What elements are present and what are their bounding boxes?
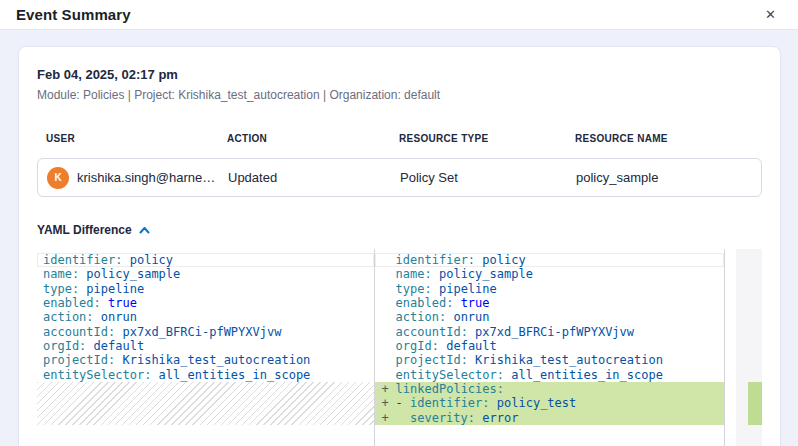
- diff-overview-ruler[interactable]: [736, 249, 762, 446]
- diff-line-added: +severity: error: [375, 411, 725, 425]
- diff-line: name: policy_sample: [375, 267, 725, 281]
- yaml-difference-label: YAML Difference: [37, 223, 132, 237]
- event-timestamp: Feb 04, 2025, 02:17 pm: [37, 67, 762, 82]
- diff-line: action: onrun: [37, 310, 374, 324]
- chevron-up-icon: [139, 226, 150, 235]
- diff-line: identifier: policy: [375, 253, 725, 267]
- column-header-user: USER: [46, 133, 227, 144]
- modal-header: Event Summary ✕: [0, 0, 798, 30]
- avatar: K: [47, 167, 69, 189]
- table-header-row: USER ACTION RESOURCE TYPE RESOURCE NAME: [37, 133, 762, 144]
- diff-pane-original[interactable]: identifier: policyname: policy_sampletyp…: [37, 249, 375, 446]
- diff-line: accountId: px7xd_BFRCi-pfWPYXVjvw: [37, 325, 374, 339]
- diff-line: projectId: Krishika_test_autocreation: [37, 353, 374, 367]
- diff-line: entitySelector: all_entities_in_scope: [375, 368, 725, 382]
- user-email: krishika.singh@harne…: [77, 170, 215, 185]
- diff-line: accountId: px7xd_BFRCi-pfWPYXVjvw: [375, 325, 725, 339]
- diff-line: name: policy_sample: [37, 267, 374, 281]
- diff-line: action: onrun: [375, 310, 725, 324]
- action-cell: Updated: [228, 170, 400, 185]
- close-icon[interactable]: ✕: [763, 6, 778, 23]
- event-summary-modal: Event Summary ✕ Feb 04, 2025, 02:17 pm M…: [0, 0, 798, 446]
- resource-type-cell: Policy Set: [400, 170, 576, 185]
- diff-line: identifier: policy: [37, 253, 374, 267]
- diff-gap: [725, 249, 736, 446]
- event-meta: Module: Policies | Project: Krishika_tes…: [37, 88, 762, 102]
- resource-name-cell: policy_sample: [576, 170, 752, 185]
- diff-line: orgId: default: [37, 339, 374, 353]
- diff-pane-modified[interactable]: identifier: policyname: policy_sampletyp…: [375, 249, 726, 446]
- diff-placeholder-hatch: [37, 382, 374, 425]
- diff-line: orgId: default: [375, 339, 725, 353]
- page-title: Event Summary: [16, 6, 131, 23]
- diff-line: projectId: Krishika_test_autocreation: [375, 353, 725, 367]
- diff-line: enabled: true: [375, 296, 725, 310]
- diff-line-added: +linkedPolicies:: [375, 382, 725, 396]
- ruler-added-marker: [748, 382, 762, 425]
- diff-line: entitySelector: all_entities_in_scope: [37, 368, 374, 382]
- diff-line-added: +- identifier: policy_test: [375, 396, 725, 410]
- diff-line: type: pipeline: [375, 282, 725, 296]
- modal-body: Feb 04, 2025, 02:17 pm Module: Policies …: [0, 30, 798, 446]
- column-header-action: ACTION: [227, 133, 399, 144]
- diff-line: enabled: true: [37, 296, 374, 310]
- event-card: Feb 04, 2025, 02:17 pm Module: Policies …: [18, 46, 781, 446]
- yaml-diff-editor: identifier: policyname: policy_sampletyp…: [37, 249, 762, 446]
- table-row: K krishika.singh@harne… Updated Policy S…: [37, 158, 762, 197]
- yaml-difference-toggle[interactable]: YAML Difference: [37, 223, 150, 237]
- column-header-resource-name: RESOURCE NAME: [575, 133, 753, 144]
- column-header-resource-type: RESOURCE TYPE: [399, 133, 575, 144]
- user-cell: K krishika.singh@harne…: [47, 167, 228, 189]
- diff-line: type: pipeline: [37, 282, 374, 296]
